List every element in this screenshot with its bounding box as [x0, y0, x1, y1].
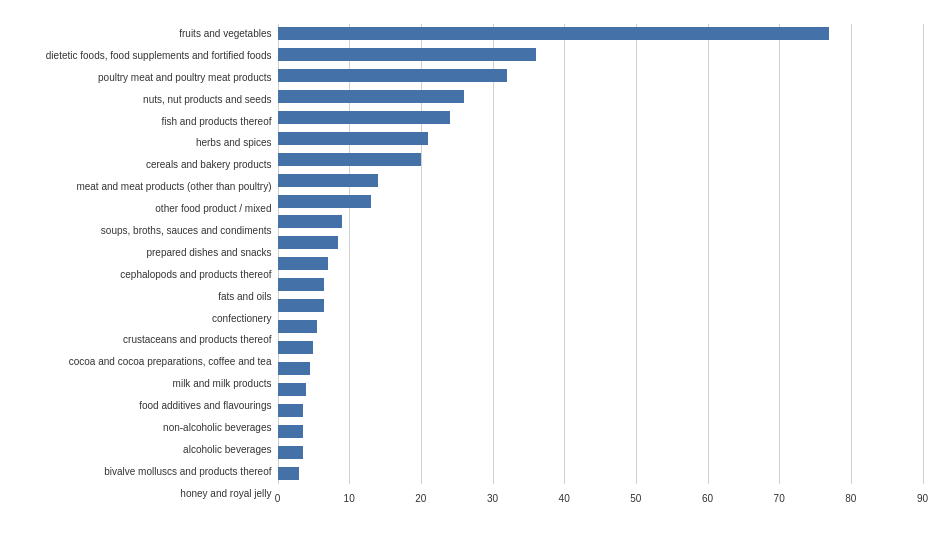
- y-label: confectionery: [13, 308, 272, 328]
- bar-row: [278, 463, 923, 483]
- y-label: alcoholic beverages: [13, 439, 272, 459]
- bar: [278, 27, 830, 40]
- y-label: fats and oils: [13, 286, 272, 306]
- bar: [278, 174, 378, 187]
- bar-row: [278, 400, 923, 420]
- bar-row: [278, 442, 923, 462]
- bar: [278, 278, 325, 291]
- bar: [278, 362, 310, 375]
- bar: [278, 69, 507, 82]
- bar-row: [278, 254, 923, 274]
- bar-row: [278, 107, 923, 127]
- bar-row: [278, 317, 923, 337]
- bar: [278, 425, 303, 438]
- bar: [278, 257, 328, 270]
- x-axis-label: 50: [630, 493, 641, 504]
- bar: [278, 90, 464, 103]
- grid-line: [923, 24, 924, 484]
- bar-row: [278, 212, 923, 232]
- bar: [278, 404, 303, 417]
- x-axis-labels: 0102030405060708090: [278, 484, 923, 504]
- y-label: bivalve molluscs and products thereof: [13, 461, 272, 481]
- bar-row: [278, 86, 923, 106]
- bar-row: [278, 128, 923, 148]
- y-label: herbs and spices: [13, 133, 272, 153]
- bar-row: [278, 44, 923, 64]
- y-label: fruits and vegetables: [13, 24, 272, 44]
- x-axis-label: 0: [275, 493, 281, 504]
- bar-row: [278, 275, 923, 295]
- y-label: prepared dishes and snacks: [13, 242, 272, 262]
- bar-row: [278, 24, 923, 44]
- bar-row: [278, 359, 923, 379]
- chart-inner: fruits and vegetablesdietetic foods, foo…: [13, 24, 923, 504]
- bar-row: [278, 379, 923, 399]
- bar: [278, 446, 303, 459]
- y-label: non-alcoholic beverages: [13, 418, 272, 438]
- y-label: poultry meat and poultry meat products: [13, 67, 272, 87]
- bar: [278, 48, 536, 61]
- bar: [278, 299, 325, 312]
- bar: [278, 195, 371, 208]
- bar: [278, 111, 450, 124]
- bar: [278, 383, 307, 396]
- chart-container: fruits and vegetablesdietetic foods, foo…: [3, 4, 943, 534]
- bar: [278, 320, 317, 333]
- y-label: dietetic foods, food supplements and for…: [13, 45, 272, 65]
- x-axis-label: 70: [774, 493, 785, 504]
- bar-row: [278, 338, 923, 358]
- y-label: soups, broths, sauces and condiments: [13, 221, 272, 241]
- bars-area: 0102030405060708090: [278, 24, 923, 504]
- bar: [278, 153, 421, 166]
- y-label: other food product / mixed: [13, 199, 272, 219]
- bar: [278, 467, 300, 480]
- y-label: fish and products thereof: [13, 111, 272, 131]
- y-label: cereals and bakery products: [13, 155, 272, 175]
- bar: [278, 215, 343, 228]
- y-label: milk and milk products: [13, 374, 272, 394]
- x-axis-label: 80: [845, 493, 856, 504]
- bar-row: [278, 191, 923, 211]
- x-axis-label: 10: [344, 493, 355, 504]
- y-labels: fruits and vegetablesdietetic foods, foo…: [13, 24, 278, 504]
- bar: [278, 236, 339, 249]
- y-label: cocoa and cocoa preparations, coffee and…: [13, 352, 272, 372]
- y-label: meat and meat products (other than poult…: [13, 177, 272, 197]
- bar-row: [278, 421, 923, 441]
- x-axis-label: 40: [559, 493, 570, 504]
- x-axis-label: 20: [415, 493, 426, 504]
- bar-row: [278, 170, 923, 190]
- y-label: honey and royal jelly: [13, 483, 272, 503]
- bar: [278, 132, 429, 145]
- y-label: crustaceans and products thereof: [13, 330, 272, 350]
- x-axis-label: 30: [487, 493, 498, 504]
- x-axis-label: 60: [702, 493, 713, 504]
- y-label: cephalopods and products thereof: [13, 264, 272, 284]
- bar-row: [278, 149, 923, 169]
- bar-row: [278, 296, 923, 316]
- x-axis-label: 90: [917, 493, 928, 504]
- bar-row: [278, 65, 923, 85]
- y-label: nuts, nut products and seeds: [13, 89, 272, 109]
- bar: [278, 341, 314, 354]
- y-label: food additives and flavourings: [13, 396, 272, 416]
- bar-row: [278, 233, 923, 253]
